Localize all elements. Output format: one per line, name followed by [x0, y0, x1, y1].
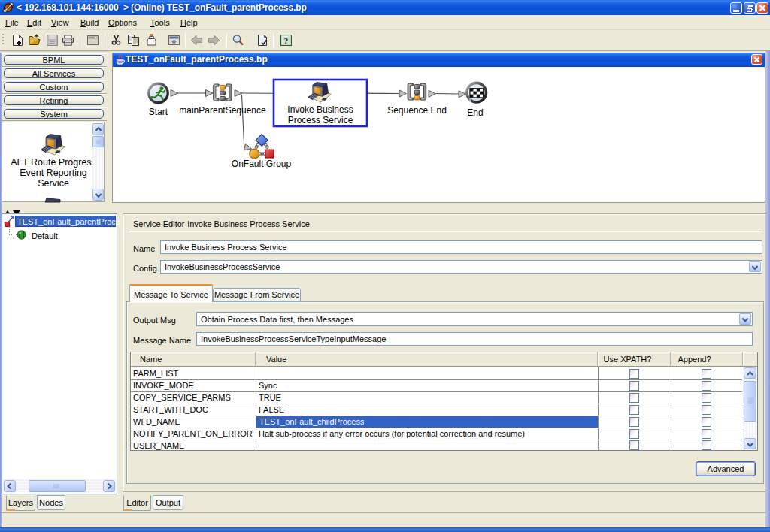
- svg-text:mainParentSequence: mainParentSequence: [179, 105, 266, 116]
- svg-text:Sequence End: Sequence End: [387, 105, 447, 116]
- svg-text:End: End: [467, 107, 483, 118]
- svg-text:Invoke Business: Invoke Business: [287, 104, 353, 115]
- svg-text:Process Service: Process Service: [288, 115, 353, 125]
- svg-text:?: ?: [284, 36, 289, 45]
- svg-text:OnFault Group: OnFault Group: [232, 159, 292, 169]
- svg-text:Start: Start: [149, 107, 168, 117]
